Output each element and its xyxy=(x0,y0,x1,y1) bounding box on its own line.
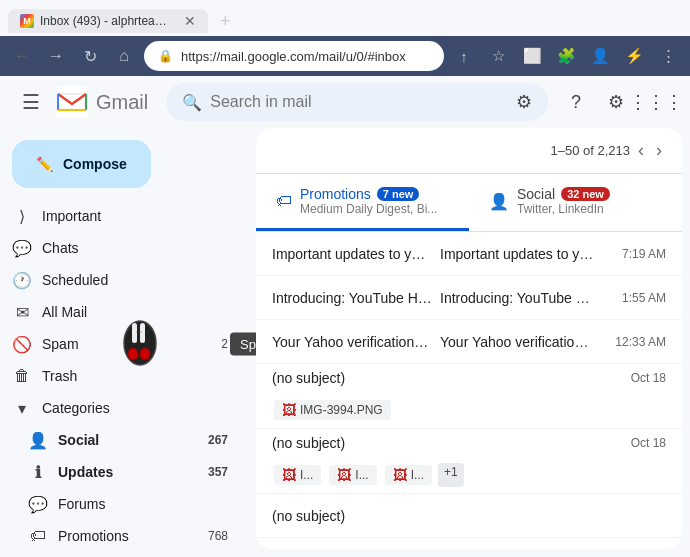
browser-chrome: M Inbox (493) - alphrteam@gmail... ✕ + ←… xyxy=(0,0,690,76)
social-tab-name: Social xyxy=(517,186,555,202)
active-tab[interactable]: M Inbox (493) - alphrteam@gmail... ✕ xyxy=(8,9,208,33)
sidebar-item-social[interactable]: 👤 Social 267 xyxy=(0,424,240,456)
gmail-logo-icon xyxy=(56,86,88,118)
promotions-tab-icon: 🏷 xyxy=(276,192,292,210)
email-time: Oct 18 xyxy=(611,371,666,385)
email-list: Important updates to your Coinbase ... I… xyxy=(256,232,682,549)
spam-count: 2 xyxy=(221,337,228,351)
attachment-name: I... xyxy=(411,468,424,482)
sidebar-item-spam[interactable]: 🚫 Spam 2 Spam xyxy=(0,328,240,360)
pagination: 1–50 of 2,213 ‹ › xyxy=(550,136,666,165)
email-body: Your Yahoo verification code is EM... xyxy=(440,334,595,350)
email-content-area: 1–50 of 2,213 ‹ › 🏷 Promotions 7 new Med… xyxy=(256,128,682,549)
email-sender: Important updates to your Coinbase ... xyxy=(272,246,432,262)
sidebar-label-chats: Chats xyxy=(42,240,228,256)
social-tab-icon: 👤 xyxy=(489,192,509,211)
tab-title: Inbox (493) - alphrteam@gmail... xyxy=(40,14,174,28)
sidebar-item-chats[interactable]: 💬 Chats xyxy=(0,232,240,264)
email-subject: Your Yahoo verification code is EM... xyxy=(440,334,595,350)
tab-promotions[interactable]: 🏷 Promotions 7 new Medium Daily Digest, … xyxy=(256,174,469,231)
extensions-button[interactable]: 🧩 xyxy=(552,42,580,70)
sidebar-label-social: Social xyxy=(58,432,198,448)
help-button[interactable]: ? xyxy=(558,84,594,120)
attachment-icon: 🖼 xyxy=(393,467,407,483)
sidebar-label-scheduled: Scheduled xyxy=(42,272,228,288)
email-body: Introducing: YouTube Handles - Yo... xyxy=(440,290,595,306)
search-filter-icon[interactable]: ⚙ xyxy=(516,91,532,113)
toolbar-icons: ↑ ☆ ⬜ 🧩 👤 ⚡ ⋮ xyxy=(450,42,682,70)
email-time: 1:55 AM xyxy=(611,291,666,305)
lock-icon: 🔒 xyxy=(158,49,173,63)
sidebar-item-forums[interactable]: 💬 Forums xyxy=(0,488,240,520)
email-row[interactable]: Important updates to your Coinbase ... I… xyxy=(256,232,682,276)
email-time: 7:19 AM xyxy=(611,247,666,261)
reload-button[interactable]: ↻ xyxy=(76,42,104,70)
mouse-cursor xyxy=(120,318,160,371)
sidebar: ✏️ Compose ⟩ Important 💬 Chats 🕐 Schedul… xyxy=(0,128,256,557)
promotions-tab-info: Promotions 7 new Medium Daily Digest, Bi… xyxy=(300,186,437,216)
tab-close-button[interactable]: ✕ xyxy=(184,13,196,29)
email-top-row: (no subject) Oct 18 xyxy=(272,370,666,386)
gmail-app: ☰ Gmail 🔍 ⚙ ? ⚙ ⋮⋮⋮ xyxy=(0,76,690,557)
apps-button[interactable]: ⋮⋮⋮ xyxy=(638,84,674,120)
forward-button[interactable]: → xyxy=(42,42,70,70)
attachment-name: IMG-3994.PNG xyxy=(300,403,383,417)
sidebar-label-updates: Updates xyxy=(58,464,198,480)
new-tab-button[interactable]: + xyxy=(212,11,239,32)
top-bar: ☰ Gmail 🔍 ⚙ ? ⚙ ⋮⋮⋮ xyxy=(0,76,690,128)
search-input[interactable] xyxy=(210,93,508,111)
share-button[interactable]: ↑ xyxy=(450,42,478,70)
forums-icon: 💬 xyxy=(28,495,48,514)
attachment-name: I... xyxy=(355,468,368,482)
menu-button[interactable]: ⋮ xyxy=(654,42,682,70)
back-button[interactable]: ← xyxy=(8,42,36,70)
email-list-header: 1–50 of 2,213 ‹ › xyxy=(256,128,682,174)
home-button[interactable]: ⌂ xyxy=(110,42,138,70)
compose-icon: ✏️ xyxy=(36,156,53,172)
screen-capture-button[interactable]: ⬜ xyxy=(518,42,546,70)
sidebar-label-important: Important xyxy=(42,208,228,224)
svg-rect-2 xyxy=(132,323,137,343)
svg-point-5 xyxy=(128,348,138,360)
gmail-wordmark: Gmail xyxy=(96,91,148,114)
tab-social[interactable]: 👤 Social 32 new Twitter, LinkedIn xyxy=(469,174,682,231)
social-tab-desc: Twitter, LinkedIn xyxy=(517,202,610,216)
email-row[interactable]: (no subject) xyxy=(256,494,682,538)
address-bar[interactable]: 🔒 https://mail.google.com/mail/u/0/#inbo… xyxy=(144,41,444,71)
game-button[interactable]: ⚡ xyxy=(620,42,648,70)
spam-icon: 🚫 xyxy=(12,335,32,354)
pagination-text: 1–50 of 2,213 xyxy=(550,143,630,158)
sidebar-item-scheduled[interactable]: 🕐 Scheduled xyxy=(0,264,240,296)
sidebar-item-updates[interactable]: ℹ Updates 357 xyxy=(0,456,240,488)
sidebar-item-categories[interactable]: ▾ Categories xyxy=(0,392,240,424)
next-page-button[interactable]: › xyxy=(652,136,666,165)
tab-favicon: M xyxy=(20,14,34,28)
attachment-tag: 🖼 I... xyxy=(329,465,376,485)
email-subject: Important updates to your Coinbase ... xyxy=(440,246,595,262)
promotions-tab-desc: Medium Daily Digest, Bi... xyxy=(300,202,437,216)
updates-icon: ℹ xyxy=(28,463,48,482)
email-row[interactable]: (no subject) Oct 18 🖼 IMG-3994.PNG xyxy=(256,364,682,429)
svg-point-6 xyxy=(140,348,150,360)
compose-button[interactable]: ✏️ Compose xyxy=(12,140,151,188)
email-time: 12:33 AM xyxy=(611,335,666,349)
all-mail-icon: ✉ xyxy=(12,303,32,322)
bookmark-button[interactable]: ☆ xyxy=(484,42,512,70)
scheduled-icon: 🕐 xyxy=(12,271,32,290)
email-row[interactable]: (no subject) Oct 18 🖼 I... 🖼 I... xyxy=(256,429,682,494)
promotions-badge: 7 new xyxy=(377,187,420,201)
email-sender: (no subject) xyxy=(272,508,432,524)
search-bar[interactable]: 🔍 ⚙ xyxy=(166,83,548,121)
hamburger-menu-button[interactable]: ☰ xyxy=(16,84,46,120)
prev-page-button[interactable]: ‹ xyxy=(634,136,648,165)
profile-button[interactable]: 👤 xyxy=(586,42,614,70)
promotions-icon: 🏷 xyxy=(28,527,48,545)
email-row[interactable]: Your Yahoo verification code is EM... Yo… xyxy=(256,320,682,364)
email-row[interactable]: Introducing: YouTube Handles Introducing… xyxy=(256,276,682,320)
sidebar-item-promotions[interactable]: 🏷 Promotions 768 xyxy=(0,520,240,552)
email-sender: (no subject) xyxy=(272,435,432,451)
sidebar-item-important[interactable]: ⟩ Important xyxy=(0,200,240,232)
email-subject: Introducing: YouTube Handles xyxy=(440,290,595,306)
attachment-tag: 🖼 I... xyxy=(274,465,321,485)
main-layout: ✏️ Compose ⟩ Important 💬 Chats 🕐 Schedul… xyxy=(0,128,690,557)
